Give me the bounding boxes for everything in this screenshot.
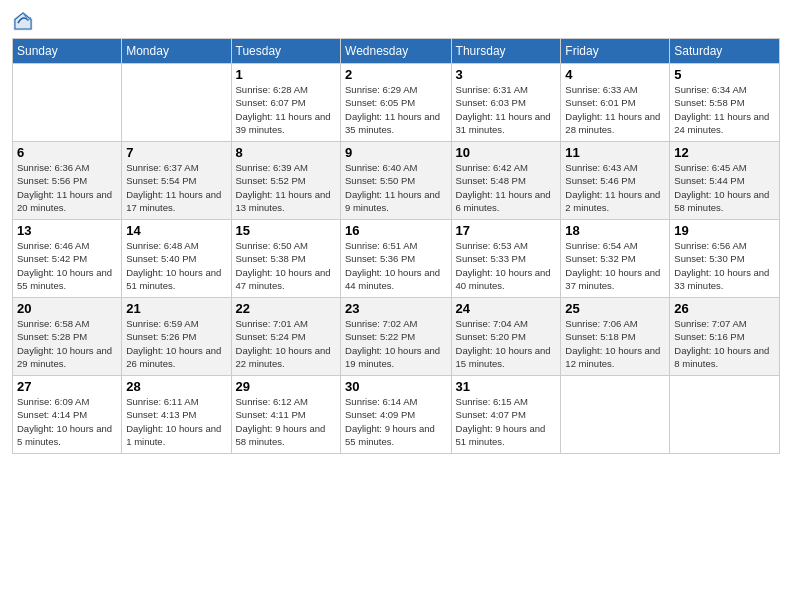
calendar-cell (561, 376, 670, 454)
calendar-cell: 25Sunrise: 7:06 AM Sunset: 5:18 PM Dayli… (561, 298, 670, 376)
day-number: 8 (236, 145, 337, 160)
day-number: 31 (456, 379, 557, 394)
day-number: 16 (345, 223, 447, 238)
day-info: Sunrise: 6:28 AM Sunset: 6:07 PM Dayligh… (236, 83, 337, 136)
calendar-cell: 31Sunrise: 6:15 AM Sunset: 4:07 PM Dayli… (451, 376, 561, 454)
calendar-table: SundayMondayTuesdayWednesdayThursdayFrid… (12, 38, 780, 454)
calendar-header-tuesday: Tuesday (231, 39, 341, 64)
day-info: Sunrise: 6:39 AM Sunset: 5:52 PM Dayligh… (236, 161, 337, 214)
day-number: 26 (674, 301, 775, 316)
day-number: 5 (674, 67, 775, 82)
day-info: Sunrise: 6:34 AM Sunset: 5:58 PM Dayligh… (674, 83, 775, 136)
logo-icon (12, 10, 34, 32)
day-info: Sunrise: 6:59 AM Sunset: 5:26 PM Dayligh… (126, 317, 226, 370)
day-info: Sunrise: 6:14 AM Sunset: 4:09 PM Dayligh… (345, 395, 447, 448)
day-number: 18 (565, 223, 665, 238)
calendar-cell: 30Sunrise: 6:14 AM Sunset: 4:09 PM Dayli… (341, 376, 452, 454)
calendar-cell: 5Sunrise: 6:34 AM Sunset: 5:58 PM Daylig… (670, 64, 780, 142)
day-number: 11 (565, 145, 665, 160)
day-info: Sunrise: 6:09 AM Sunset: 4:14 PM Dayligh… (17, 395, 117, 448)
day-number: 2 (345, 67, 447, 82)
calendar-cell: 18Sunrise: 6:54 AM Sunset: 5:32 PM Dayli… (561, 220, 670, 298)
day-number: 25 (565, 301, 665, 316)
calendar-week-row: 1Sunrise: 6:28 AM Sunset: 6:07 PM Daylig… (13, 64, 780, 142)
calendar-cell: 21Sunrise: 6:59 AM Sunset: 5:26 PM Dayli… (122, 298, 231, 376)
day-info: Sunrise: 6:31 AM Sunset: 6:03 PM Dayligh… (456, 83, 557, 136)
calendar-cell: 16Sunrise: 6:51 AM Sunset: 5:36 PM Dayli… (341, 220, 452, 298)
day-number: 6 (17, 145, 117, 160)
calendar-cell: 29Sunrise: 6:12 AM Sunset: 4:11 PM Dayli… (231, 376, 341, 454)
day-info: Sunrise: 6:53 AM Sunset: 5:33 PM Dayligh… (456, 239, 557, 292)
day-number: 12 (674, 145, 775, 160)
calendar-header-monday: Monday (122, 39, 231, 64)
calendar-cell: 20Sunrise: 6:58 AM Sunset: 5:28 PM Dayli… (13, 298, 122, 376)
calendar-week-row: 6Sunrise: 6:36 AM Sunset: 5:56 PM Daylig… (13, 142, 780, 220)
calendar-cell: 19Sunrise: 6:56 AM Sunset: 5:30 PM Dayli… (670, 220, 780, 298)
calendar-cell: 17Sunrise: 6:53 AM Sunset: 5:33 PM Dayli… (451, 220, 561, 298)
day-number: 27 (17, 379, 117, 394)
calendar-cell: 13Sunrise: 6:46 AM Sunset: 5:42 PM Dayli… (13, 220, 122, 298)
day-number: 17 (456, 223, 557, 238)
calendar-week-row: 20Sunrise: 6:58 AM Sunset: 5:28 PM Dayli… (13, 298, 780, 376)
day-info: Sunrise: 6:42 AM Sunset: 5:48 PM Dayligh… (456, 161, 557, 214)
day-number: 13 (17, 223, 117, 238)
day-info: Sunrise: 6:48 AM Sunset: 5:40 PM Dayligh… (126, 239, 226, 292)
calendar-cell: 8Sunrise: 6:39 AM Sunset: 5:52 PM Daylig… (231, 142, 341, 220)
page-header (12, 10, 780, 32)
day-info: Sunrise: 6:29 AM Sunset: 6:05 PM Dayligh… (345, 83, 447, 136)
day-info: Sunrise: 6:45 AM Sunset: 5:44 PM Dayligh… (674, 161, 775, 214)
calendar-cell: 23Sunrise: 7:02 AM Sunset: 5:22 PM Dayli… (341, 298, 452, 376)
svg-marker-0 (13, 11, 32, 30)
day-number: 20 (17, 301, 117, 316)
calendar-week-row: 13Sunrise: 6:46 AM Sunset: 5:42 PM Dayli… (13, 220, 780, 298)
calendar-cell: 26Sunrise: 7:07 AM Sunset: 5:16 PM Dayli… (670, 298, 780, 376)
day-number: 7 (126, 145, 226, 160)
day-number: 21 (126, 301, 226, 316)
calendar-week-row: 27Sunrise: 6:09 AM Sunset: 4:14 PM Dayli… (13, 376, 780, 454)
calendar-header-thursday: Thursday (451, 39, 561, 64)
day-info: Sunrise: 6:54 AM Sunset: 5:32 PM Dayligh… (565, 239, 665, 292)
calendar-cell: 10Sunrise: 6:42 AM Sunset: 5:48 PM Dayli… (451, 142, 561, 220)
day-number: 28 (126, 379, 226, 394)
day-info: Sunrise: 6:12 AM Sunset: 4:11 PM Dayligh… (236, 395, 337, 448)
day-number: 23 (345, 301, 447, 316)
calendar-cell: 1Sunrise: 6:28 AM Sunset: 6:07 PM Daylig… (231, 64, 341, 142)
calendar-cell: 3Sunrise: 6:31 AM Sunset: 6:03 PM Daylig… (451, 64, 561, 142)
day-number: 29 (236, 379, 337, 394)
calendar-header-saturday: Saturday (670, 39, 780, 64)
day-info: Sunrise: 6:40 AM Sunset: 5:50 PM Dayligh… (345, 161, 447, 214)
day-info: Sunrise: 6:36 AM Sunset: 5:56 PM Dayligh… (17, 161, 117, 214)
day-info: Sunrise: 7:01 AM Sunset: 5:24 PM Dayligh… (236, 317, 337, 370)
day-info: Sunrise: 7:06 AM Sunset: 5:18 PM Dayligh… (565, 317, 665, 370)
day-number: 14 (126, 223, 226, 238)
calendar-cell (13, 64, 122, 142)
day-info: Sunrise: 6:15 AM Sunset: 4:07 PM Dayligh… (456, 395, 557, 448)
calendar-header-row: SundayMondayTuesdayWednesdayThursdayFrid… (13, 39, 780, 64)
calendar-cell (670, 376, 780, 454)
day-number: 30 (345, 379, 447, 394)
calendar-cell: 28Sunrise: 6:11 AM Sunset: 4:13 PM Dayli… (122, 376, 231, 454)
calendar-header-sunday: Sunday (13, 39, 122, 64)
calendar-header-friday: Friday (561, 39, 670, 64)
day-number: 19 (674, 223, 775, 238)
calendar-cell: 2Sunrise: 6:29 AM Sunset: 6:05 PM Daylig… (341, 64, 452, 142)
day-info: Sunrise: 6:58 AM Sunset: 5:28 PM Dayligh… (17, 317, 117, 370)
day-number: 9 (345, 145, 447, 160)
day-number: 24 (456, 301, 557, 316)
day-info: Sunrise: 6:56 AM Sunset: 5:30 PM Dayligh… (674, 239, 775, 292)
calendar-cell: 6Sunrise: 6:36 AM Sunset: 5:56 PM Daylig… (13, 142, 122, 220)
calendar-cell: 11Sunrise: 6:43 AM Sunset: 5:46 PM Dayli… (561, 142, 670, 220)
calendar-cell: 24Sunrise: 7:04 AM Sunset: 5:20 PM Dayli… (451, 298, 561, 376)
day-info: Sunrise: 6:43 AM Sunset: 5:46 PM Dayligh… (565, 161, 665, 214)
calendar-cell: 7Sunrise: 6:37 AM Sunset: 5:54 PM Daylig… (122, 142, 231, 220)
calendar-cell (122, 64, 231, 142)
day-number: 10 (456, 145, 557, 160)
day-number: 22 (236, 301, 337, 316)
calendar-cell: 12Sunrise: 6:45 AM Sunset: 5:44 PM Dayli… (670, 142, 780, 220)
calendar-cell: 9Sunrise: 6:40 AM Sunset: 5:50 PM Daylig… (341, 142, 452, 220)
page-container: SundayMondayTuesdayWednesdayThursdayFrid… (0, 0, 792, 462)
calendar-cell: 27Sunrise: 6:09 AM Sunset: 4:14 PM Dayli… (13, 376, 122, 454)
calendar-cell: 15Sunrise: 6:50 AM Sunset: 5:38 PM Dayli… (231, 220, 341, 298)
calendar-cell: 14Sunrise: 6:48 AM Sunset: 5:40 PM Dayli… (122, 220, 231, 298)
day-info: Sunrise: 6:37 AM Sunset: 5:54 PM Dayligh… (126, 161, 226, 214)
